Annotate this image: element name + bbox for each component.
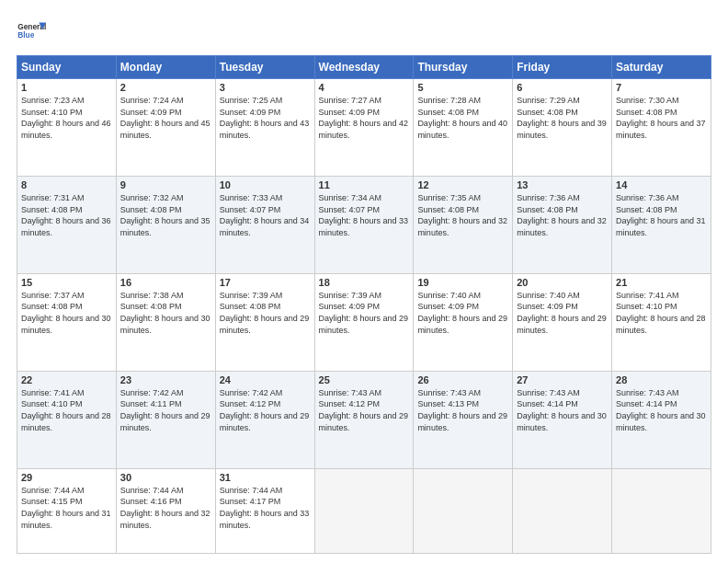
calendar-table: SundayMondayTuesdayWednesdayThursdayFrid… [17, 55, 711, 554]
calendar-cell: 20 Sunrise: 7:40 AM Sunset: 4:09 PM Dayl… [513, 273, 612, 371]
day-number: 23 [120, 374, 211, 385]
calendar-header-row: SundayMondayTuesdayWednesdayThursdayFrid… [17, 56, 711, 79]
day-info: Sunrise: 7:35 AM Sunset: 4:08 PM Dayligh… [417, 192, 508, 238]
day-number: 4 [319, 82, 410, 93]
day-number: 18 [319, 277, 410, 288]
calendar-cell: 27 Sunrise: 7:43 AM Sunset: 4:14 PM Dayl… [513, 371, 612, 468]
day-info: Sunrise: 7:39 AM Sunset: 4:09 PM Dayligh… [319, 290, 410, 336]
calendar-cell [513, 468, 612, 553]
day-number: 27 [517, 374, 608, 385]
calendar-cell: 6 Sunrise: 7:29 AM Sunset: 4:08 PM Dayli… [513, 79, 612, 177]
day-number: 13 [517, 179, 608, 190]
calendar-cell: 31 Sunrise: 7:44 AM Sunset: 4:17 PM Dayl… [215, 468, 314, 553]
day-info: Sunrise: 7:30 AM Sunset: 4:08 PM Dayligh… [616, 95, 707, 141]
day-number: 9 [120, 179, 211, 190]
day-info: Sunrise: 7:37 AM Sunset: 4:08 PM Dayligh… [21, 290, 112, 336]
day-number: 1 [21, 82, 112, 93]
day-number: 14 [616, 179, 707, 190]
day-info: Sunrise: 7:43 AM Sunset: 4:14 PM Dayligh… [616, 387, 707, 433]
day-number: 8 [21, 179, 112, 190]
calendar-day-header: Tuesday [215, 56, 314, 79]
logo: General Blue [17, 17, 46, 46]
calendar-cell: 26 Sunrise: 7:43 AM Sunset: 4:13 PM Dayl… [414, 371, 513, 468]
day-number: 12 [417, 179, 508, 190]
day-info: Sunrise: 7:39 AM Sunset: 4:08 PM Dayligh… [220, 290, 311, 336]
calendar-cell: 4 Sunrise: 7:27 AM Sunset: 4:09 PM Dayli… [314, 79, 414, 177]
header: General Blue [17, 17, 711, 46]
calendar-cell: 12 Sunrise: 7:35 AM Sunset: 4:08 PM Dayl… [414, 176, 513, 273]
day-number: 19 [417, 277, 508, 288]
day-number: 21 [616, 277, 707, 288]
day-number: 24 [220, 374, 311, 385]
calendar-day-header: Monday [116, 56, 215, 79]
day-number: 20 [517, 277, 608, 288]
day-info: Sunrise: 7:38 AM Sunset: 4:08 PM Dayligh… [120, 290, 211, 336]
calendar-cell: 13 Sunrise: 7:36 AM Sunset: 4:08 PM Dayl… [513, 176, 612, 273]
day-number: 16 [120, 277, 211, 288]
day-info: Sunrise: 7:44 AM Sunset: 4:15 PM Dayligh… [21, 485, 112, 531]
calendar-cell: 21 Sunrise: 7:41 AM Sunset: 4:10 PM Dayl… [612, 273, 711, 371]
day-number: 17 [220, 277, 311, 288]
day-info: Sunrise: 7:43 AM Sunset: 4:12 PM Dayligh… [319, 387, 410, 433]
calendar-cell: 9 Sunrise: 7:32 AM Sunset: 4:08 PM Dayli… [116, 176, 215, 273]
calendar-cell: 5 Sunrise: 7:28 AM Sunset: 4:08 PM Dayli… [414, 79, 513, 177]
page: General Blue SundayMondayTuesdayWednesda… [0, 0, 728, 563]
calendar-day-header: Sunday [17, 56, 117, 79]
day-number: 10 [220, 179, 311, 190]
day-info: Sunrise: 7:41 AM Sunset: 4:10 PM Dayligh… [616, 290, 707, 336]
calendar-cell: 24 Sunrise: 7:42 AM Sunset: 4:12 PM Dayl… [215, 371, 314, 468]
calendar-cell [414, 468, 513, 553]
day-number: 31 [220, 472, 311, 483]
calendar-cell: 22 Sunrise: 7:41 AM Sunset: 4:10 PM Dayl… [17, 371, 117, 468]
day-info: Sunrise: 7:25 AM Sunset: 4:09 PM Dayligh… [220, 95, 311, 141]
day-info: Sunrise: 7:43 AM Sunset: 4:13 PM Dayligh… [417, 387, 508, 433]
calendar-cell: 15 Sunrise: 7:37 AM Sunset: 4:08 PM Dayl… [17, 273, 117, 371]
day-info: Sunrise: 7:27 AM Sunset: 4:09 PM Dayligh… [319, 95, 410, 141]
calendar-cell: 1 Sunrise: 7:23 AM Sunset: 4:10 PM Dayli… [17, 79, 117, 177]
day-info: Sunrise: 7:44 AM Sunset: 4:16 PM Dayligh… [120, 485, 211, 531]
day-number: 25 [319, 374, 410, 385]
day-number: 15 [21, 277, 112, 288]
logo-icon: General Blue [17, 17, 46, 46]
day-number: 7 [616, 82, 707, 93]
calendar-cell: 23 Sunrise: 7:42 AM Sunset: 4:11 PM Dayl… [116, 371, 215, 468]
day-info: Sunrise: 7:29 AM Sunset: 4:08 PM Dayligh… [517, 95, 608, 141]
day-info: Sunrise: 7:24 AM Sunset: 4:09 PM Dayligh… [120, 95, 211, 141]
calendar-day-header: Friday [513, 56, 612, 79]
day-info: Sunrise: 7:42 AM Sunset: 4:11 PM Dayligh… [120, 387, 211, 433]
day-info: Sunrise: 7:36 AM Sunset: 4:08 PM Dayligh… [616, 192, 707, 238]
day-info: Sunrise: 7:23 AM Sunset: 4:10 PM Dayligh… [21, 95, 112, 141]
day-info: Sunrise: 7:33 AM Sunset: 4:07 PM Dayligh… [220, 192, 311, 238]
day-number: 11 [319, 179, 410, 190]
calendar-cell: 8 Sunrise: 7:31 AM Sunset: 4:08 PM Dayli… [17, 176, 117, 273]
day-info: Sunrise: 7:34 AM Sunset: 4:07 PM Dayligh… [319, 192, 410, 238]
day-info: Sunrise: 7:43 AM Sunset: 4:14 PM Dayligh… [517, 387, 608, 433]
svg-text:Blue: Blue [17, 30, 34, 40]
calendar-cell: 11 Sunrise: 7:34 AM Sunset: 4:07 PM Dayl… [314, 176, 414, 273]
day-number: 6 [517, 82, 608, 93]
calendar-cell: 18 Sunrise: 7:39 AM Sunset: 4:09 PM Dayl… [314, 273, 414, 371]
day-info: Sunrise: 7:28 AM Sunset: 4:08 PM Dayligh… [417, 95, 508, 141]
calendar-cell [314, 468, 414, 553]
day-number: 28 [616, 374, 707, 385]
calendar-day-header: Wednesday [314, 56, 414, 79]
calendar-day-header: Saturday [612, 56, 711, 79]
day-number: 5 [417, 82, 508, 93]
calendar-cell: 14 Sunrise: 7:36 AM Sunset: 4:08 PM Dayl… [612, 176, 711, 273]
calendar-cell: 30 Sunrise: 7:44 AM Sunset: 4:16 PM Dayl… [116, 468, 215, 553]
day-number: 3 [220, 82, 311, 93]
calendar-cell: 3 Sunrise: 7:25 AM Sunset: 4:09 PM Dayli… [215, 79, 314, 177]
calendar-cell [612, 468, 711, 553]
calendar-cell: 19 Sunrise: 7:40 AM Sunset: 4:09 PM Dayl… [414, 273, 513, 371]
calendar-cell: 16 Sunrise: 7:38 AM Sunset: 4:08 PM Dayl… [116, 273, 215, 371]
day-info: Sunrise: 7:40 AM Sunset: 4:09 PM Dayligh… [517, 290, 608, 336]
calendar-cell: 28 Sunrise: 7:43 AM Sunset: 4:14 PM Dayl… [612, 371, 711, 468]
day-number: 26 [417, 374, 508, 385]
day-number: 30 [120, 472, 211, 483]
day-number: 22 [21, 374, 112, 385]
day-info: Sunrise: 7:36 AM Sunset: 4:08 PM Dayligh… [517, 192, 608, 238]
day-info: Sunrise: 7:42 AM Sunset: 4:12 PM Dayligh… [220, 387, 311, 433]
calendar-day-header: Thursday [414, 56, 513, 79]
calendar-cell: 10 Sunrise: 7:33 AM Sunset: 4:07 PM Dayl… [215, 176, 314, 273]
calendar-cell: 29 Sunrise: 7:44 AM Sunset: 4:15 PM Dayl… [17, 468, 117, 553]
